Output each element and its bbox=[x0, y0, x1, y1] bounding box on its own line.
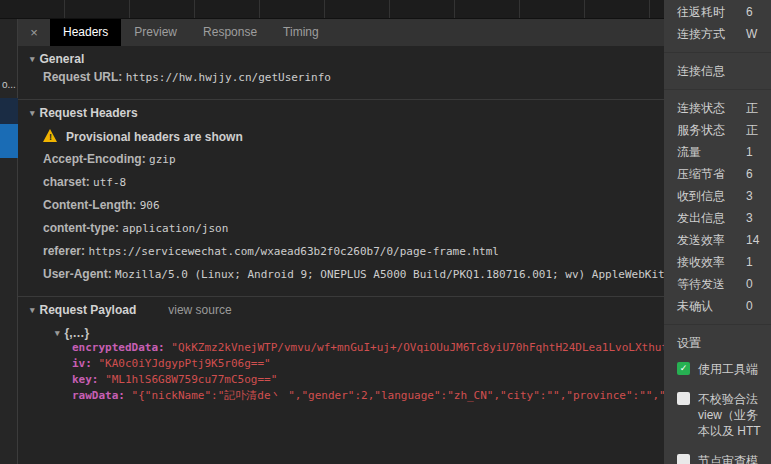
payload-key: rawData: bbox=[72, 389, 125, 402]
stat-value: 3 bbox=[746, 207, 753, 229]
payload-key: iv: bbox=[72, 357, 92, 370]
stat-label: 流量 bbox=[677, 145, 701, 159]
header-row: charset: utf-8 bbox=[18, 171, 664, 194]
devtools-window: o... × Headers Preview Response Timing ▾… bbox=[0, 0, 771, 464]
tab-headers[interactable]: Headers bbox=[50, 19, 121, 46]
payload-root-node[interactable]: ▾{,…} bbox=[18, 326, 664, 340]
stat-value: 0 bbox=[746, 273, 753, 295]
stat-value: 3 bbox=[746, 185, 753, 207]
payload-value: "ML1hlS6G8W759cu77mC5og==" bbox=[105, 373, 277, 386]
option-label: 不校验合法 view（业务 本以及 HTT bbox=[698, 391, 761, 439]
payload-key: key: bbox=[72, 373, 99, 386]
sidebar-stat-row: 收到信息 3 bbox=[664, 185, 771, 207]
header-value: utf-8 bbox=[93, 176, 126, 189]
stat-value: W bbox=[746, 23, 757, 45]
option-label: 使用工具端 bbox=[698, 361, 758, 377]
section-title-text: Request Headers bbox=[40, 106, 138, 120]
checkbox-unchecked-icon[interactable] bbox=[677, 392, 690, 405]
close-icon[interactable]: × bbox=[18, 19, 50, 46]
network-request-list: o... bbox=[0, 19, 18, 464]
disclosure-triangle-icon[interactable]: ▾ bbox=[30, 108, 35, 118]
disclosure-triangle-icon[interactable]: ▾ bbox=[55, 328, 60, 338]
stat-label: 连接状态 bbox=[677, 101, 725, 115]
network-timeline-strip bbox=[0, 0, 664, 19]
header-value: https://hw.hwjjy.cn/getUserinfo bbox=[126, 71, 331, 84]
header-name: content-type: bbox=[43, 221, 119, 235]
tab-timing[interactable]: Timing bbox=[270, 19, 332, 46]
stat-label: 往返耗时 bbox=[677, 5, 725, 19]
stat-label: 收到信息 bbox=[677, 189, 725, 203]
view-source-link[interactable]: view source bbox=[168, 303, 231, 317]
stat-value: 6 bbox=[746, 163, 753, 185]
stat-label: 等待发送 bbox=[677, 277, 725, 291]
checkbox-unchecked-icon[interactable] bbox=[677, 454, 690, 464]
payload-entry: encryptedData: "QkKZmz2kVnejWTP/vmvu/wf+… bbox=[18, 340, 664, 356]
tab-preview[interactable]: Preview bbox=[121, 19, 190, 46]
header-value: application/json bbox=[122, 222, 228, 235]
disclosure-triangle-icon[interactable]: ▾ bbox=[30, 54, 35, 64]
stat-label: 发送效率 bbox=[677, 233, 725, 247]
stat-value: 0 bbox=[746, 295, 753, 317]
headers-panel: ▾General Request URL: https://hw.hwjjy.c… bbox=[18, 46, 664, 464]
section-general-title[interactable]: ▾General bbox=[18, 46, 664, 66]
request-list-row-highlighted[interactable] bbox=[0, 98, 18, 124]
stat-value: 1 bbox=[746, 251, 753, 273]
sidebar-stat-row: 往返耗时 6 bbox=[664, 1, 771, 23]
sidebar-divider bbox=[664, 89, 771, 90]
header-name: User-Agent: bbox=[43, 267, 112, 281]
stat-label: 未确认 bbox=[677, 299, 713, 313]
stat-label: 连接方式 bbox=[677, 27, 725, 41]
sidebar-stat-row: 等待发送 0 bbox=[664, 273, 771, 295]
stat-value: 正 bbox=[746, 97, 758, 119]
payload-value: "KA0c0iYJdgypPtj9K5r06g==" bbox=[99, 357, 271, 370]
payload-title[interactable]: ▾Request Payload bbox=[30, 303, 136, 317]
header-name: Accept-Encoding: bbox=[43, 152, 146, 166]
header-row: referer: https://servicewechat.com/wxaea… bbox=[18, 240, 664, 263]
connection-info-heading: 连接信息 bbox=[664, 60, 771, 82]
header-row: Accept-Encoding: gzip bbox=[18, 148, 664, 171]
header-row: Content-Length: 906 bbox=[18, 194, 664, 217]
header-name: Request URL: bbox=[43, 70, 122, 84]
header-name: referer: bbox=[43, 244, 85, 258]
header-name: charset: bbox=[43, 175, 90, 189]
payload-entry: rawData: "{"nickName":"記卟清de丶 ","gender"… bbox=[18, 388, 664, 404]
sidebar-stat-row: 压缩节省 6 bbox=[664, 163, 771, 185]
sidebar-stat-row: 未确认 0 bbox=[664, 295, 771, 317]
sidebar-divider bbox=[664, 324, 771, 325]
payload-key: encryptedData: bbox=[72, 341, 165, 354]
sidebar-stat-row: 连接方式 W bbox=[664, 23, 771, 45]
header-value: https://servicewechat.com/wxaead63b2f0c2… bbox=[88, 245, 499, 258]
stat-label: 压缩节省 bbox=[677, 167, 725, 181]
payload-value: "{"nickName":"記卟清de丶 ","gender":2,"langu… bbox=[132, 389, 664, 402]
request-list-item-name[interactable]: o... bbox=[2, 79, 16, 90]
section-request-headers-title[interactable]: ▾Request Headers bbox=[18, 100, 664, 120]
sidebar-stat-row: 连接状态 正 bbox=[664, 97, 771, 119]
settings-heading: 设置 bbox=[664, 332, 771, 354]
payload-entry: key: "ML1hlS6G8W759cu77mC5og==" bbox=[18, 372, 664, 388]
inspector-sidebar: 往返耗时 6 连接方式 W 连接信息 连接状态 正 服务状态 正 流量 1 压缩… bbox=[664, 0, 771, 464]
section-title-text: General bbox=[40, 52, 85, 66]
warning-icon: ! bbox=[43, 129, 58, 142]
warning-text: Provisional headers are shown bbox=[66, 130, 243, 144]
sidebar-stat-row: 服务状态 正 bbox=[664, 119, 771, 141]
tab-response[interactable]: Response bbox=[190, 19, 270, 46]
header-row: content-type: application/json bbox=[18, 217, 664, 240]
stat-value: 14 bbox=[746, 229, 759, 251]
sidebar-divider bbox=[664, 52, 771, 53]
section-request-payload-title: ▾Request Payload view source bbox=[18, 297, 664, 317]
payload-entry: iv: "KA0c0iYJdgypPtj9K5r06g==" bbox=[18, 356, 664, 372]
header-row: Request URL: https://hw.hwjjy.cn/getUser… bbox=[18, 66, 664, 89]
sidebar-stat-row: 发送效率 14 bbox=[664, 229, 771, 251]
request-list-row-selected[interactable] bbox=[0, 124, 18, 158]
stat-label: 服务状态 bbox=[677, 123, 725, 137]
sidebar-stat-row: 发出信息 3 bbox=[664, 207, 771, 229]
provisional-headers-warning: !Provisional headers are shown bbox=[18, 126, 664, 148]
sidebar-stat-row: 流量 1 bbox=[664, 141, 771, 163]
header-row: User-Agent: Mozilla/5.0 (Linux; Android … bbox=[18, 263, 664, 286]
stat-label: 接收效率 bbox=[677, 255, 725, 269]
header-name: Content-Length: bbox=[43, 198, 136, 212]
stat-label: 发出信息 bbox=[677, 211, 725, 225]
header-value: 906 bbox=[140, 199, 160, 212]
checkbox-checked-icon[interactable]: ✓ bbox=[677, 362, 690, 375]
disclosure-triangle-icon[interactable]: ▾ bbox=[30, 305, 35, 315]
